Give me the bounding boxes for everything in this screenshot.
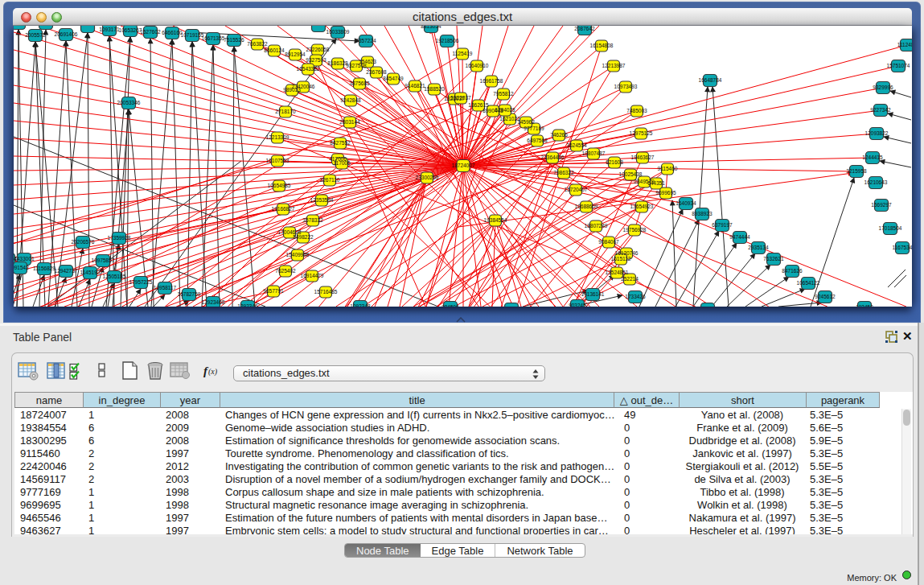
svg-text:3875685: 3875685 bbox=[349, 80, 370, 86]
svg-text:1588520: 1588520 bbox=[424, 86, 445, 92]
svg-text:11156829: 11156829 bbox=[33, 266, 55, 271]
svg-text:192450: 192450 bbox=[856, 304, 873, 307]
svg-text:10654985: 10654985 bbox=[268, 183, 291, 188]
svg-text:1362615: 1362615 bbox=[468, 102, 489, 108]
svg-text:16782759: 16782759 bbox=[178, 291, 201, 297]
svg-text:6466160: 6466160 bbox=[162, 30, 183, 35]
svg-text:10688609: 10688609 bbox=[575, 204, 598, 209]
svg-text:730450: 730450 bbox=[503, 306, 520, 307]
svg-text:1244415: 1244415 bbox=[862, 154, 883, 160]
svg-text:5322037: 5322037 bbox=[450, 95, 471, 101]
svg-text:10807487: 10807487 bbox=[582, 150, 606, 156]
svg-text:8471626: 8471626 bbox=[782, 268, 803, 274]
svg-text:621608: 621608 bbox=[606, 159, 623, 165]
svg-text:15751074: 15751074 bbox=[887, 63, 910, 68]
svg-text:10025438: 10025438 bbox=[619, 171, 643, 177]
svg-text:7663822: 7663822 bbox=[247, 41, 268, 47]
svg-text:9777169: 9777169 bbox=[524, 126, 544, 131]
svg-text:9227342: 9227342 bbox=[870, 107, 891, 113]
svg-text:7955812: 7955812 bbox=[493, 91, 514, 97]
svg-text:10975857: 10975857 bbox=[92, 257, 115, 263]
svg-text:7515526: 7515526 bbox=[224, 37, 244, 43]
svg-text:8813054: 8813054 bbox=[421, 26, 441, 29]
svg-text:117006: 117006 bbox=[333, 160, 351, 166]
svg-text:8938923: 8938923 bbox=[692, 211, 713, 216]
svg-text:2367608: 2367608 bbox=[366, 69, 387, 75]
svg-text:23420046: 23420046 bbox=[292, 84, 315, 89]
svg-text:12093822: 12093822 bbox=[865, 130, 889, 136]
svg-text:746266: 746266 bbox=[550, 132, 568, 138]
svg-text:10654122: 10654122 bbox=[797, 280, 820, 286]
svg-text:16914479: 16914479 bbox=[301, 273, 324, 278]
svg-text:1569297: 1569297 bbox=[871, 202, 892, 208]
svg-text:5498222: 5498222 bbox=[293, 234, 314, 240]
svg-text:1615112: 1615112 bbox=[611, 256, 631, 262]
svg-text:18724007: 18724007 bbox=[452, 163, 475, 168]
svg-text:3624554: 3624554 bbox=[566, 142, 587, 148]
svg-text:9329996: 9329996 bbox=[873, 84, 893, 90]
svg-text:8427552: 8427552 bbox=[330, 140, 351, 146]
svg-text:16671355: 16671355 bbox=[202, 35, 225, 41]
svg-text:1093171: 1093171 bbox=[99, 27, 120, 32]
svg-text:19463627: 19463627 bbox=[631, 154, 655, 160]
svg-text:9146821: 9146821 bbox=[405, 83, 425, 89]
svg-text:16961758: 16961758 bbox=[480, 78, 503, 84]
svg-text:16154808: 16154808 bbox=[590, 43, 614, 48]
svg-text:2803144: 2803144 bbox=[339, 119, 360, 125]
svg-text:9699695: 9699695 bbox=[655, 190, 676, 196]
svg-text:903245: 903245 bbox=[569, 303, 586, 307]
svg-text:9657791: 9657791 bbox=[263, 288, 284, 294]
svg-text:252214: 252214 bbox=[621, 276, 639, 282]
svg-text:1092348: 1092348 bbox=[350, 303, 371, 307]
svg-text:7625402: 7625402 bbox=[275, 268, 296, 274]
svg-text:17957225: 17957225 bbox=[129, 279, 153, 285]
svg-text:3215958: 3215958 bbox=[846, 168, 867, 174]
svg-text:1621022: 1621022 bbox=[499, 116, 520, 122]
svg-text:2005572: 2005572 bbox=[25, 32, 46, 38]
svg-text:12505185: 12505185 bbox=[103, 274, 126, 279]
svg-text:16640910: 16640910 bbox=[466, 63, 489, 68]
svg-text:1433001: 1433001 bbox=[14, 256, 35, 262]
svg-text:1733426: 1733426 bbox=[625, 294, 646, 299]
svg-text:18807249: 18807249 bbox=[585, 223, 608, 229]
svg-text:6379197: 6379197 bbox=[712, 222, 733, 228]
svg-text:2935134: 2935134 bbox=[748, 245, 769, 250]
svg-text:1527602: 1527602 bbox=[140, 29, 161, 35]
svg-text:10958117: 10958117 bbox=[154, 285, 177, 290]
svg-text:3578332: 3578332 bbox=[302, 217, 323, 223]
svg-text:20691406: 20691406 bbox=[55, 31, 78, 37]
svg-text:15409948: 15409948 bbox=[286, 252, 310, 257]
svg-text:8912954: 8912954 bbox=[285, 51, 306, 57]
svg-text:12942737: 12942737 bbox=[55, 268, 78, 274]
svg-text:13654923: 13654923 bbox=[630, 204, 654, 209]
svg-text:16543382: 16543382 bbox=[297, 66, 320, 72]
svg-text:16107553: 16107553 bbox=[266, 158, 290, 163]
svg-text:23226058: 23226058 bbox=[306, 47, 330, 52]
svg-text:16033809: 16033809 bbox=[326, 29, 350, 35]
svg-text:8454749: 8454749 bbox=[383, 76, 404, 81]
svg-text:7632621: 7632621 bbox=[763, 256, 784, 262]
svg-text:20053346: 20053346 bbox=[117, 100, 141, 105]
svg-text:1112481: 1112481 bbox=[897, 42, 912, 47]
svg-text:9474444: 9474444 bbox=[729, 234, 750, 240]
svg-text:9115460: 9115460 bbox=[658, 166, 678, 171]
svg-text:19218506: 19218506 bbox=[436, 38, 459, 43]
svg-text:9084067: 9084067 bbox=[598, 239, 619, 245]
svg-text:23300295: 23300295 bbox=[416, 175, 439, 180]
svg-text:15716485: 15716485 bbox=[314, 289, 338, 295]
svg-text:19166827: 19166827 bbox=[272, 206, 295, 212]
svg-text:8186328: 8186328 bbox=[327, 60, 348, 66]
svg-text:19756928: 19756928 bbox=[623, 227, 647, 233]
svg-text:13524851: 13524851 bbox=[606, 270, 629, 275]
svg-text:19384554: 19384554 bbox=[484, 217, 507, 223]
svg-text:12975125: 12975125 bbox=[630, 130, 653, 136]
svg-text:17018504: 17018504 bbox=[879, 225, 902, 231]
svg-text:1145193: 1145193 bbox=[80, 270, 101, 275]
svg-text:16648784: 16648784 bbox=[699, 77, 722, 83]
svg-text:10653267: 10653267 bbox=[119, 27, 142, 33]
svg-text:6497568: 6497568 bbox=[527, 138, 548, 143]
svg-text:10719155: 10719155 bbox=[181, 32, 204, 38]
svg-text:3267110: 3267110 bbox=[320, 177, 340, 183]
svg-text:10973493: 10973493 bbox=[614, 84, 638, 89]
svg-text:991542: 991542 bbox=[14, 265, 29, 270]
